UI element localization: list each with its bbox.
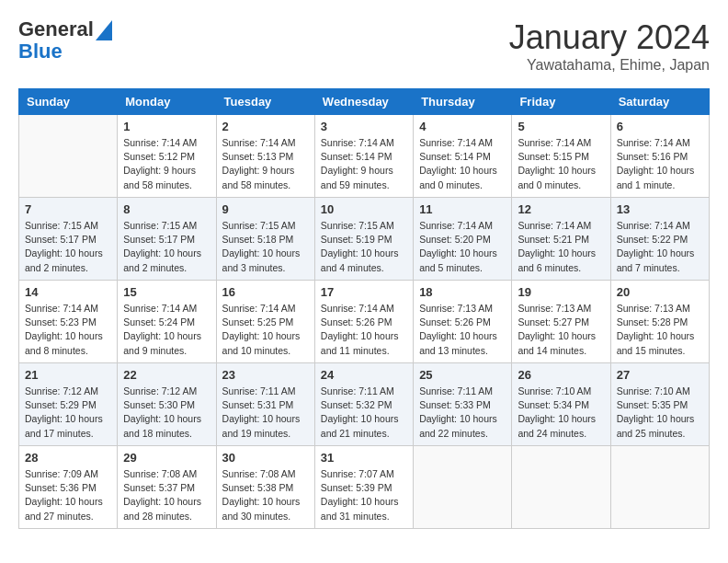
cell-info: Sunrise: 7:11 AMSunset: 5:31 PMDaylight:…	[222, 385, 309, 441]
cell-info: Sunrise: 7:13 AMSunset: 5:28 PMDaylight:…	[617, 302, 703, 358]
calendar-cell: 16Sunrise: 7:14 AMSunset: 5:25 PMDayligh…	[216, 281, 314, 363]
cell-info: Sunrise: 7:07 AMSunset: 5:39 PMDaylight:…	[321, 467, 407, 523]
day-number: 22	[123, 368, 210, 382]
logo-general: General	[18, 18, 94, 40]
day-number: 9	[222, 202, 309, 216]
calendar-table: SundayMondayTuesdayWednesdayThursdayFrid…	[18, 88, 710, 529]
calendar-cell	[512, 446, 610, 529]
cell-info: Sunrise: 7:12 AMSunset: 5:30 PMDaylight:…	[123, 385, 210, 441]
cell-info: Sunrise: 7:10 AMSunset: 5:35 PMDaylight:…	[617, 385, 703, 441]
cell-info: Sunrise: 7:14 AMSunset: 5:12 PMDaylight:…	[123, 136, 210, 192]
weekday-header-tuesday: Tuesday	[216, 89, 314, 115]
weekday-header-saturday: Saturday	[610, 89, 709, 115]
cell-info: Sunrise: 7:08 AMSunset: 5:37 PMDaylight:…	[123, 467, 210, 523]
calendar-cell: 22Sunrise: 7:12 AMSunset: 5:30 PMDayligh…	[118, 363, 216, 446]
day-number: 16	[222, 285, 309, 299]
logo-blue: Blue	[18, 40, 112, 63]
cell-info: Sunrise: 7:14 AMSunset: 5:16 PMDaylight:…	[617, 136, 703, 192]
calendar-cell: 4Sunrise: 7:14 AMSunset: 5:14 PMDaylight…	[414, 115, 512, 198]
calendar-cell: 31Sunrise: 7:07 AMSunset: 5:39 PMDayligh…	[314, 446, 413, 529]
day-number: 28	[25, 451, 111, 465]
cell-info: Sunrise: 7:14 AMSunset: 5:14 PMDaylight:…	[321, 136, 407, 192]
day-number: 12	[518, 202, 604, 216]
calendar-cell: 12Sunrise: 7:14 AMSunset: 5:21 PMDayligh…	[512, 198, 610, 281]
calendar-cell: 20Sunrise: 7:13 AMSunset: 5:28 PMDayligh…	[610, 281, 709, 363]
day-number: 23	[222, 368, 309, 382]
day-number: 31	[321, 451, 407, 465]
calendar-cell: 30Sunrise: 7:08 AMSunset: 5:38 PMDayligh…	[216, 446, 314, 529]
calendar-cell: 6Sunrise: 7:14 AMSunset: 5:16 PMDaylight…	[610, 115, 709, 198]
calendar-cell: 27Sunrise: 7:10 AMSunset: 5:35 PMDayligh…	[610, 363, 709, 446]
calendar-cell	[19, 115, 118, 198]
day-number: 5	[518, 120, 604, 133]
cell-info: Sunrise: 7:10 AMSunset: 5:34 PMDaylight:…	[518, 385, 604, 441]
calendar-cell: 3Sunrise: 7:14 AMSunset: 5:14 PMDaylight…	[314, 115, 413, 198]
cell-info: Sunrise: 7:13 AMSunset: 5:26 PMDaylight:…	[419, 302, 506, 358]
page-header: General Blue January 2024 Yawatahama, Eh…	[18, 18, 710, 74]
day-number: 11	[419, 202, 506, 216]
calendar-cell: 8Sunrise: 7:15 AMSunset: 5:17 PMDaylight…	[118, 198, 216, 281]
day-number: 13	[617, 202, 703, 216]
day-number: 8	[123, 202, 210, 216]
calendar-cell: 24Sunrise: 7:11 AMSunset: 5:32 PMDayligh…	[314, 363, 413, 446]
calendar-week-row: 28Sunrise: 7:09 AMSunset: 5:36 PMDayligh…	[19, 446, 710, 529]
cell-info: Sunrise: 7:15 AMSunset: 5:17 PMDaylight:…	[25, 219, 111, 275]
calendar-cell: 21Sunrise: 7:12 AMSunset: 5:29 PMDayligh…	[19, 363, 118, 446]
calendar-week-row: 14Sunrise: 7:14 AMSunset: 5:23 PMDayligh…	[19, 281, 710, 363]
cell-info: Sunrise: 7:14 AMSunset: 5:21 PMDaylight:…	[518, 219, 604, 275]
logo-bird-icon	[96, 20, 112, 40]
cell-info: Sunrise: 7:11 AMSunset: 5:32 PMDaylight:…	[321, 385, 407, 441]
weekday-header-thursday: Thursday	[414, 89, 512, 115]
cell-info: Sunrise: 7:14 AMSunset: 5:24 PMDaylight:…	[123, 302, 210, 358]
calendar-cell: 19Sunrise: 7:13 AMSunset: 5:27 PMDayligh…	[512, 281, 610, 363]
day-number: 21	[25, 368, 111, 382]
cell-info: Sunrise: 7:11 AMSunset: 5:33 PMDaylight:…	[419, 385, 506, 441]
day-number: 24	[321, 368, 407, 382]
calendar-cell: 26Sunrise: 7:10 AMSunset: 5:34 PMDayligh…	[512, 363, 610, 446]
cell-info: Sunrise: 7:15 AMSunset: 5:19 PMDaylight:…	[321, 219, 407, 275]
day-number: 27	[617, 368, 703, 382]
day-number: 20	[617, 285, 703, 299]
cell-info: Sunrise: 7:14 AMSunset: 5:22 PMDaylight:…	[617, 219, 703, 275]
calendar-cell: 25Sunrise: 7:11 AMSunset: 5:33 PMDayligh…	[414, 363, 512, 446]
calendar-cell: 14Sunrise: 7:14 AMSunset: 5:23 PMDayligh…	[19, 281, 118, 363]
calendar-cell: 5Sunrise: 7:14 AMSunset: 5:15 PMDaylight…	[512, 115, 610, 198]
day-number: 25	[419, 368, 506, 382]
cell-info: Sunrise: 7:14 AMSunset: 5:15 PMDaylight:…	[518, 136, 604, 192]
day-number: 26	[518, 368, 604, 382]
location-subtitle: Yawatahama, Ehime, Japan	[509, 57, 710, 74]
day-number: 18	[419, 285, 506, 299]
day-number: 4	[419, 120, 506, 133]
day-number: 10	[321, 202, 407, 216]
calendar-cell: 17Sunrise: 7:14 AMSunset: 5:26 PMDayligh…	[314, 281, 413, 363]
cell-info: Sunrise: 7:14 AMSunset: 5:23 PMDaylight:…	[25, 302, 111, 358]
month-title: January 2024	[509, 18, 710, 57]
cell-info: Sunrise: 7:14 AMSunset: 5:14 PMDaylight:…	[419, 136, 506, 192]
weekday-header-row: SundayMondayTuesdayWednesdayThursdayFrid…	[19, 89, 710, 115]
cell-info: Sunrise: 7:14 AMSunset: 5:20 PMDaylight:…	[419, 219, 506, 275]
cell-info: Sunrise: 7:14 AMSunset: 5:26 PMDaylight:…	[321, 302, 407, 358]
calendar-cell	[414, 446, 512, 529]
calendar-cell	[610, 446, 709, 529]
logo: General Blue	[18, 18, 112, 63]
cell-info: Sunrise: 7:08 AMSunset: 5:38 PMDaylight:…	[222, 467, 309, 523]
calendar-cell: 2Sunrise: 7:14 AMSunset: 5:13 PMDaylight…	[216, 115, 314, 198]
day-number: 14	[25, 285, 111, 299]
calendar-cell: 13Sunrise: 7:14 AMSunset: 5:22 PMDayligh…	[610, 198, 709, 281]
cell-info: Sunrise: 7:12 AMSunset: 5:29 PMDaylight:…	[25, 385, 111, 441]
calendar-cell: 18Sunrise: 7:13 AMSunset: 5:26 PMDayligh…	[414, 281, 512, 363]
calendar-cell: 28Sunrise: 7:09 AMSunset: 5:36 PMDayligh…	[19, 446, 118, 529]
calendar-cell: 15Sunrise: 7:14 AMSunset: 5:24 PMDayligh…	[118, 281, 216, 363]
calendar-cell: 23Sunrise: 7:11 AMSunset: 5:31 PMDayligh…	[216, 363, 314, 446]
day-number: 3	[321, 120, 407, 133]
cell-info: Sunrise: 7:15 AMSunset: 5:17 PMDaylight:…	[123, 219, 210, 275]
calendar-cell: 11Sunrise: 7:14 AMSunset: 5:20 PMDayligh…	[414, 198, 512, 281]
day-number: 15	[123, 285, 210, 299]
title-area: January 2024 Yawatahama, Ehime, Japan	[509, 18, 710, 74]
day-number: 30	[222, 451, 309, 465]
cell-info: Sunrise: 7:14 AMSunset: 5:25 PMDaylight:…	[222, 302, 309, 358]
calendar-cell: 7Sunrise: 7:15 AMSunset: 5:17 PMDaylight…	[19, 198, 118, 281]
day-number: 7	[25, 202, 111, 216]
day-number: 29	[123, 451, 210, 465]
weekday-header-wednesday: Wednesday	[314, 89, 413, 115]
